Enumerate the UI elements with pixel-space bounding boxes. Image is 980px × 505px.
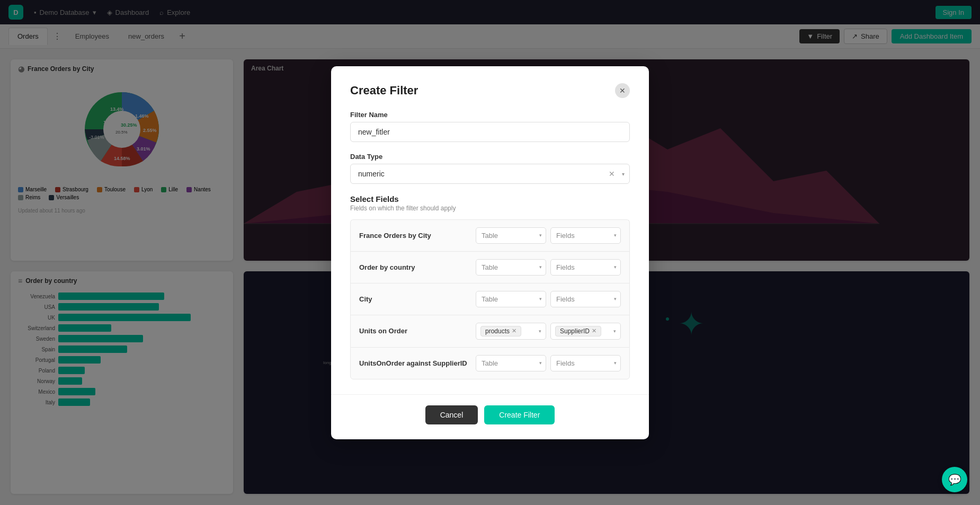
field-row-units-supplierid: UnitsOnOrder against SupplierID Table pr… xyxy=(350,347,630,379)
table-select-wrap-city: Table products orders ▾ xyxy=(476,291,546,307)
fields-arrow-units: ▾ xyxy=(613,329,616,334)
table-select-wrap-units2: Table products orders ▾ xyxy=(476,355,546,371)
modal-footer: Cancel Create Filter xyxy=(331,394,649,439)
field-name-france-orders: France Orders by City xyxy=(359,232,476,240)
data-type-clear-icon[interactable]: ✕ xyxy=(609,170,615,178)
select-fields-title: Select Fields xyxy=(350,194,630,203)
field-row-units-order: Units on Order products ✕ ▾ xyxy=(350,315,630,347)
table-select-france[interactable]: Table products orders xyxy=(476,227,546,244)
fields-select-wrap-city: Fields SupplierID ProductID ▾ xyxy=(550,291,621,307)
filter-name-input[interactable] xyxy=(350,122,630,142)
fields-select-city[interactable]: Fields SupplierID ProductID xyxy=(550,291,621,307)
field-row-france-orders: France Orders by City Table products ord… xyxy=(350,219,630,251)
field-row-order-country: Order by country Table products orders ▾ xyxy=(350,251,630,283)
create-filter-button[interactable]: Create Filter xyxy=(484,405,555,424)
fields-select-wrap-france: Fields SupplierID ProductID ▾ xyxy=(550,227,621,244)
field-selects-units-order: products ✕ ▾ SupplierID ✕ xyxy=(476,323,621,340)
products-tag: products ✕ xyxy=(480,326,521,336)
data-type-select[interactable]: numeric text date xyxy=(350,164,630,184)
table-select-country[interactable]: Table products orders xyxy=(476,259,546,276)
table-select-city[interactable]: Table products orders xyxy=(476,291,546,307)
fields-select-wrap-units: SupplierID ✕ ▾ xyxy=(550,323,621,340)
supplierid-tag-close[interactable]: ✕ xyxy=(592,327,596,334)
data-type-group: Data Type numeric text date ✕ ▾ xyxy=(350,153,630,184)
field-name-units-supplierid: UnitsOnOrder against SupplierID xyxy=(359,359,476,367)
data-type-select-wrapper: numeric text date ✕ ▾ xyxy=(350,164,630,184)
field-row-city: City Table products orders ▾ xyxy=(350,283,630,315)
cancel-button[interactable]: Cancel xyxy=(425,405,478,424)
create-filter-modal: Create Filter ✕ Filter Name Data Type nu… xyxy=(331,66,649,439)
field-selects-city: Table products orders ▾ Fields SupplierI… xyxy=(476,291,621,307)
fields-select-france[interactable]: Fields SupplierID ProductID xyxy=(550,227,621,244)
modal-title: Create Filter xyxy=(350,84,418,98)
table-select-wrap-country: Table products orders ▾ xyxy=(476,259,546,276)
select-fields-section: Select Fields Fields on which the filter… xyxy=(350,194,630,379)
fields-tag-container-units: SupplierID ✕ ▾ xyxy=(550,323,621,340)
field-selects-units-supplierid: Table products orders ▾ Fields SupplierI… xyxy=(476,355,621,371)
fields-select-country[interactable]: Fields SupplierID ProductID xyxy=(550,259,621,276)
table-select-wrap-units: products ✕ ▾ xyxy=(476,323,546,340)
products-tag-close[interactable]: ✕ xyxy=(512,327,516,334)
select-fields-subtitle: Fields on which the filter should apply xyxy=(350,205,630,212)
fields-select-wrap-units2: Fields SupplierID ProductID ▾ xyxy=(550,355,621,371)
fields-select-units2[interactable]: Fields SupplierID ProductID xyxy=(550,355,621,371)
field-selects-france-orders: Table products orders ▾ Fields SupplierI… xyxy=(476,227,621,244)
chat-bubble-button[interactable]: 💬 xyxy=(942,467,967,492)
field-name-city: City xyxy=(359,295,476,303)
filter-name-label: Filter Name xyxy=(350,111,630,119)
field-name-order-country: Order by country xyxy=(359,263,476,271)
supplierid-tag: SupplierID ✕ xyxy=(555,326,601,336)
fields-select-wrap-country: Fields SupplierID ProductID ▾ xyxy=(550,259,621,276)
field-name-units-order: Units on Order xyxy=(359,327,476,335)
chat-icon: 💬 xyxy=(948,473,961,486)
field-rows-container: France Orders by City Table products ord… xyxy=(350,219,630,379)
filter-name-group: Filter Name xyxy=(350,111,630,142)
modal-header: Create Filter ✕ xyxy=(350,83,630,98)
table-select-wrap-france: Table products orders ▾ xyxy=(476,227,546,244)
field-selects-order-country: Table products orders ▾ Fields SupplierI… xyxy=(476,259,621,276)
modal-close-button[interactable]: ✕ xyxy=(615,83,630,98)
table-tag-container-units: products ✕ ▾ xyxy=(476,323,546,340)
table-select-units2[interactable]: Table products orders xyxy=(476,355,546,371)
data-type-label: Data Type xyxy=(350,153,630,161)
modal-form: Create Filter ✕ Filter Name Data Type nu… xyxy=(331,66,649,394)
table-arrow-units: ▾ xyxy=(539,329,541,334)
